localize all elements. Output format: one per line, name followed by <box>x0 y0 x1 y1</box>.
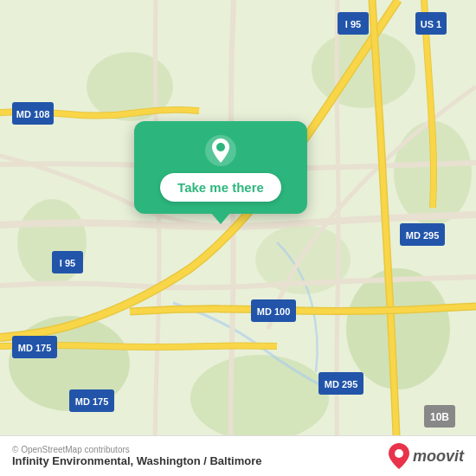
svg-text:MD 295: MD 295 <box>325 379 358 389</box>
svg-point-5 <box>312 30 415 108</box>
svg-text:MD 295: MD 295 <box>406 230 440 241</box>
moovit-logo-text: moovit <box>413 447 464 466</box>
svg-text:MD 175: MD 175 <box>75 396 109 407</box>
svg-point-2 <box>346 268 450 389</box>
svg-text:MD 108: MD 108 <box>16 109 50 119</box>
svg-text:I 95: I 95 <box>345 19 361 29</box>
svg-text:10B: 10B <box>430 411 449 423</box>
svg-text:MD 100: MD 100 <box>257 306 291 317</box>
svg-point-31 <box>395 449 403 458</box>
take-me-there-button[interactable]: Take me there <box>160 173 281 202</box>
copyright-text: © OpenStreetMap contributors <box>12 445 261 454</box>
bottom-bar: © OpenStreetMap contributors Infinity En… <box>0 435 476 476</box>
svg-point-3 <box>190 355 329 441</box>
svg-text:MD 175: MD 175 <box>18 343 52 353</box>
location-name: Infinity Environmental, Washington / Bal… <box>12 454 261 467</box>
moovit-pin-icon <box>389 443 409 469</box>
bottom-info: © OpenStreetMap contributors Infinity En… <box>12 445 261 467</box>
location-pin-icon <box>205 135 236 166</box>
popup-card: Take me there <box>134 121 307 214</box>
map-container: US 1 I 95 I 95 MD 108 MD 175 MD 175 MD 1… <box>0 0 476 476</box>
svg-point-30 <box>216 143 225 151</box>
svg-text:I 95: I 95 <box>60 258 75 268</box>
moovit-logo: moovit <box>389 443 464 469</box>
svg-text:US 1: US 1 <box>421 19 441 29</box>
